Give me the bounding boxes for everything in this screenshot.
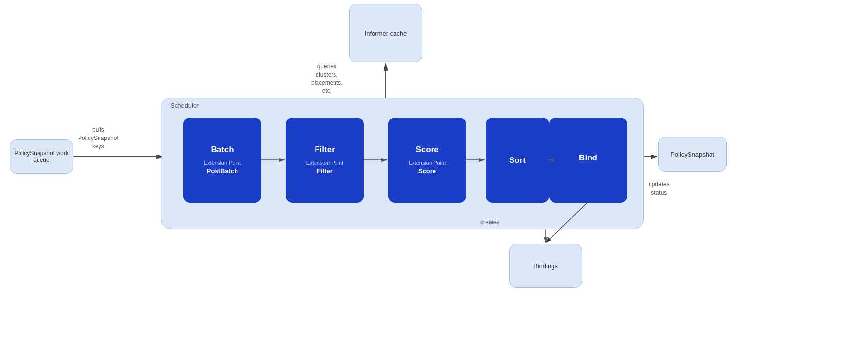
- bindings-box: Bindings: [509, 244, 582, 288]
- work-queue-label: PolicySnapshot work queue: [13, 150, 70, 163]
- informer-cache-label: Informer cache: [365, 30, 407, 37]
- informer-cache-box: Informer cache: [349, 4, 422, 62]
- score-box: Score Extension PointScore: [388, 118, 466, 203]
- batch-box: Batch Extension PointPostBatch: [183, 118, 261, 203]
- creates-label: creates: [480, 218, 499, 227]
- scheduler-container: Scheduler Batch Extension PointPostBatch…: [161, 98, 644, 229]
- sort-box: Sort: [486, 118, 549, 203]
- bind-box: Bind: [549, 118, 627, 203]
- policy-snapshot-out-box: PolicySnapshot: [658, 137, 727, 172]
- score-title: Score: [415, 145, 438, 155]
- filter-sub: Extension PointFilter: [306, 159, 343, 176]
- work-queue-box: PolicySnapshot work queue: [10, 139, 73, 174]
- sort-title: Sort: [509, 156, 526, 165]
- policy-snapshot-out-label: PolicySnapshot: [671, 151, 714, 158]
- bindings-label: Bindings: [533, 262, 558, 270]
- queries-label: queriesclusters,placements,etc.: [311, 62, 343, 95]
- filter-box: Filter Extension PointFilter: [286, 118, 364, 203]
- pulls-label: pullsPolicySnapshotkeys: [78, 126, 118, 150]
- bind-title: Bind: [579, 153, 597, 163]
- updates-status-label: updatesstatus: [649, 180, 670, 197]
- batch-sub: Extension PointPostBatch: [204, 159, 241, 176]
- scheduler-label: Scheduler: [170, 102, 199, 109]
- batch-title: Batch: [211, 145, 234, 155]
- diagram-container: Informer cache queriesclusters,placement…: [0, 0, 868, 357]
- score-sub: Extension PointScore: [409, 159, 446, 176]
- filter-title: Filter: [315, 145, 335, 155]
